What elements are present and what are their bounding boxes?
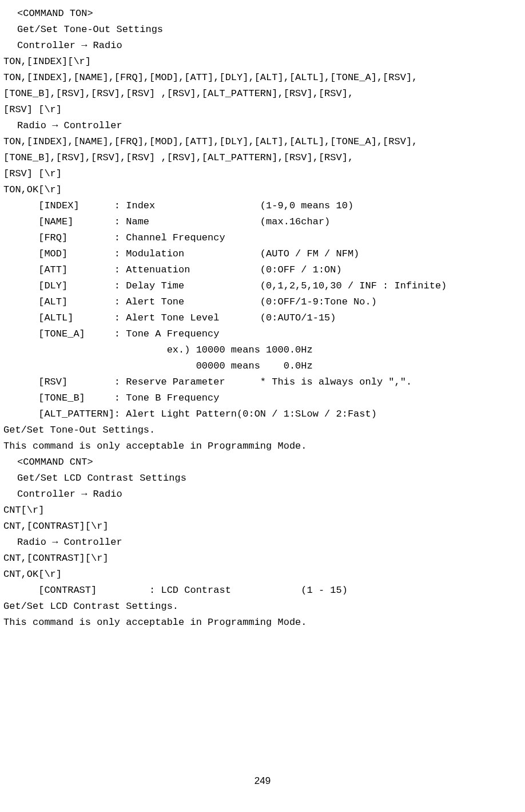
doc-line: [ATT] : Attenuation (0:OFF / 1:ON) bbox=[0, 262, 525, 278]
doc-line: Get/Set LCD Contrast Settings. bbox=[0, 599, 525, 615]
doc-line: [TONE_A] : Tone A Frequency bbox=[0, 326, 525, 342]
doc-line: <COMMAND TON> bbox=[0, 6, 525, 22]
doc-line: [RSV] : Reserve Parameter * This is alwa… bbox=[0, 374, 525, 390]
doc-line: CNT,[CONTRAST][\r] bbox=[0, 550, 525, 567]
doc-line: [CONTRAST] : LCD Contrast (1 - 15) bbox=[0, 583, 525, 599]
doc-line: [TONE_B],[RSV],[RSV],[RSV] ,[RSV],[ALT_P… bbox=[0, 150, 525, 166]
doc-line: [NAME] : Name (max.16char) bbox=[0, 214, 525, 230]
doc-line: <COMMAND CNT> bbox=[0, 454, 525, 470]
doc-line: Get/Set LCD Contrast Settings bbox=[0, 470, 525, 486]
doc-line: [ALTL] : Alert Tone Level (0:AUTO/1-15) bbox=[0, 310, 525, 326]
doc-line: [MOD] : Modulation (AUTO / FM / NFM) bbox=[0, 246, 525, 262]
doc-line: CNT,[CONTRAST][\r] bbox=[0, 518, 525, 534]
doc-line: ex.) 10000 means 1000.0Hz bbox=[0, 342, 525, 358]
doc-line: TON,[INDEX],[NAME],[FRQ],[MOD],[ATT],[DL… bbox=[0, 134, 525, 150]
doc-line: CNT,OK[\r] bbox=[0, 567, 525, 583]
doc-line: TON,[INDEX],[NAME],[FRQ],[MOD],[ATT],[DL… bbox=[0, 70, 525, 86]
document-body: <COMMAND TON>Get/Set Tone-Out SettingsCo… bbox=[0, 6, 525, 631]
doc-line: Radio → Controller bbox=[0, 534, 525, 550]
doc-line: TON,[INDEX][\r] bbox=[0, 54, 525, 70]
doc-line: This command is only acceptable in Progr… bbox=[0, 615, 525, 631]
doc-line: Radio → Controller bbox=[0, 118, 525, 134]
doc-line: [FRQ] : Channel Frequency bbox=[0, 230, 525, 246]
doc-line: TON,OK[\r] bbox=[0, 182, 525, 198]
doc-line: 00000 means 0.0Hz bbox=[0, 358, 525, 374]
doc-line: [DLY] : Delay Time (0,1,2,5,10,30 / INF … bbox=[0, 278, 525, 294]
doc-line: [ALT_PATTERN]: Alert Light Pattern(0:ON … bbox=[0, 406, 525, 422]
doc-line: [TONE_B],[RSV],[RSV],[RSV] ,[RSV],[ALT_P… bbox=[0, 86, 525, 102]
page-number: 249 bbox=[0, 773, 525, 789]
doc-line: [ALT] : Alert Tone (0:OFF/1-9:Tone No.) bbox=[0, 294, 525, 310]
doc-line: Controller → Radio bbox=[0, 486, 525, 502]
doc-line: [RSV] [\r] bbox=[0, 102, 525, 118]
doc-line: [TONE_B] : Tone B Frequency bbox=[0, 390, 525, 406]
doc-line: [RSV] [\r] bbox=[0, 166, 525, 182]
doc-line: This command is only acceptable in Progr… bbox=[0, 438, 525, 454]
doc-line: CNT[\r] bbox=[0, 502, 525, 518]
doc-line: Get/Set Tone-Out Settings. bbox=[0, 422, 525, 438]
doc-line: Get/Set Tone-Out Settings bbox=[0, 22, 525, 38]
doc-line: [INDEX] : Index (1-9,0 means 10) bbox=[0, 198, 525, 214]
doc-line: Controller → Radio bbox=[0, 38, 525, 54]
